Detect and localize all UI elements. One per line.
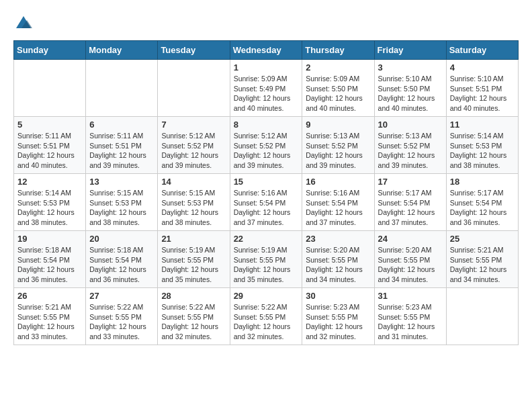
day-number: 21 [161, 234, 226, 244]
day-info: Sunrise: 5:12 AMSunset: 5:52 PMDaylight:… [234, 131, 299, 171]
calendar-cell: 18Sunrise: 5:17 AMSunset: 5:54 PMDayligh… [446, 174, 518, 231]
day-number: 16 [306, 177, 370, 187]
calendar-cell: 14Sunrise: 5:15 AMSunset: 5:53 PMDayligh… [158, 174, 230, 231]
calendar-cell: 19Sunrise: 5:18 AMSunset: 5:54 PMDayligh… [14, 231, 86, 288]
calendar-table: SundayMondayTuesdayWednesdayThursdayFrid… [13, 40, 519, 345]
day-number: 25 [450, 234, 515, 244]
calendar-header: SundayMondayTuesdayWednesdayThursdayFrid… [14, 41, 519, 60]
day-number: 10 [378, 120, 443, 130]
calendar-cell: 16Sunrise: 5:16 AMSunset: 5:54 PMDayligh… [302, 174, 374, 231]
calendar-cell: 9Sunrise: 5:13 AMSunset: 5:52 PMDaylight… [302, 117, 374, 174]
weekday-header-monday: Monday [86, 41, 158, 60]
weekday-header-row: SundayMondayTuesdayWednesdayThursdayFrid… [14, 41, 519, 60]
day-info: Sunrise: 5:20 AMSunset: 5:55 PMDaylight:… [306, 245, 370, 285]
day-info: Sunrise: 5:11 AMSunset: 5:51 PMDaylight:… [89, 131, 154, 171]
weekday-header-tuesday: Tuesday [158, 41, 230, 60]
calendar-body: 1Sunrise: 5:09 AMSunset: 5:49 PMDaylight… [14, 60, 519, 345]
weekday-header-wednesday: Wednesday [230, 41, 302, 60]
day-info: Sunrise: 5:21 AMSunset: 5:55 PMDaylight:… [17, 302, 82, 342]
day-info: Sunrise: 5:20 AMSunset: 5:55 PMDaylight:… [378, 245, 443, 285]
day-number: 4 [450, 62, 515, 73]
calendar-cell: 12Sunrise: 5:14 AMSunset: 5:53 PMDayligh… [14, 174, 86, 231]
day-info: Sunrise: 5:14 AMSunset: 5:53 PMDaylight:… [450, 131, 515, 171]
calendar-cell: 7Sunrise: 5:12 AMSunset: 5:52 PMDaylight… [158, 117, 230, 174]
calendar-cell: 10Sunrise: 5:13 AMSunset: 5:52 PMDayligh… [374, 117, 446, 174]
calendar-cell: 20Sunrise: 5:18 AMSunset: 5:54 PMDayligh… [86, 231, 158, 288]
calendar-cell: 30Sunrise: 5:23 AMSunset: 5:55 PMDayligh… [302, 288, 374, 345]
day-info: Sunrise: 5:23 AMSunset: 5:55 PMDaylight:… [306, 302, 370, 342]
day-info: Sunrise: 5:17 AMSunset: 5:54 PMDaylight:… [450, 188, 515, 228]
day-info: Sunrise: 5:15 AMSunset: 5:53 PMDaylight:… [161, 188, 226, 228]
day-number: 24 [378, 234, 443, 244]
day-number: 2 [306, 62, 370, 73]
calendar-cell: 24Sunrise: 5:20 AMSunset: 5:55 PMDayligh… [374, 231, 446, 288]
day-info: Sunrise: 5:12 AMSunset: 5:52 PMDaylight:… [161, 131, 226, 171]
day-info: Sunrise: 5:09 AMSunset: 5:49 PMDaylight:… [234, 74, 299, 113]
calendar-week-row: 1Sunrise: 5:09 AMSunset: 5:49 PMDaylight… [14, 60, 519, 117]
day-number: 17 [378, 177, 443, 187]
day-number: 31 [378, 291, 443, 301]
calendar-week-row: 12Sunrise: 5:14 AMSunset: 5:53 PMDayligh… [14, 174, 519, 231]
logo-icon [13, 13, 34, 34]
calendar-cell: 21Sunrise: 5:19 AMSunset: 5:55 PMDayligh… [158, 231, 230, 288]
weekday-header-friday: Friday [374, 41, 446, 60]
calendar-cell: 11Sunrise: 5:14 AMSunset: 5:53 PMDayligh… [446, 117, 518, 174]
day-info: Sunrise: 5:22 AMSunset: 5:55 PMDaylight:… [161, 302, 226, 342]
day-number: 13 [89, 177, 154, 187]
day-number: 27 [89, 291, 154, 301]
calendar-cell: 13Sunrise: 5:15 AMSunset: 5:53 PMDayligh… [86, 174, 158, 231]
calendar-cell [14, 60, 86, 117]
day-info: Sunrise: 5:10 AMSunset: 5:51 PMDaylight:… [450, 74, 515, 113]
day-info: Sunrise: 5:11 AMSunset: 5:51 PMDaylight:… [17, 131, 82, 171]
weekday-header-sunday: Sunday [14, 41, 86, 60]
day-number: 22 [234, 234, 299, 244]
day-number: 30 [306, 291, 370, 301]
day-info: Sunrise: 5:13 AMSunset: 5:52 PMDaylight:… [378, 131, 443, 171]
day-info: Sunrise: 5:16 AMSunset: 5:54 PMDaylight:… [306, 188, 370, 228]
day-info: Sunrise: 5:15 AMSunset: 5:53 PMDaylight:… [89, 188, 154, 228]
day-info: Sunrise: 5:18 AMSunset: 5:54 PMDaylight:… [89, 245, 154, 285]
day-number: 6 [89, 120, 154, 130]
day-info: Sunrise: 5:18 AMSunset: 5:54 PMDaylight:… [17, 245, 82, 285]
day-info: Sunrise: 5:21 AMSunset: 5:55 PMDaylight:… [450, 245, 515, 285]
day-info: Sunrise: 5:22 AMSunset: 5:55 PMDaylight:… [234, 302, 299, 342]
calendar-cell: 2Sunrise: 5:09 AMSunset: 5:50 PMDaylight… [302, 60, 374, 117]
day-info: Sunrise: 5:17 AMSunset: 5:54 PMDaylight:… [378, 188, 443, 228]
calendar-cell: 3Sunrise: 5:10 AMSunset: 5:50 PMDaylight… [374, 60, 446, 117]
calendar-week-row: 26Sunrise: 5:21 AMSunset: 5:55 PMDayligh… [14, 288, 519, 345]
calendar-week-row: 5Sunrise: 5:11 AMSunset: 5:51 PMDaylight… [14, 117, 519, 174]
calendar-cell: 5Sunrise: 5:11 AMSunset: 5:51 PMDaylight… [14, 117, 86, 174]
weekday-header-thursday: Thursday [302, 41, 374, 60]
day-info: Sunrise: 5:13 AMSunset: 5:52 PMDaylight:… [306, 131, 370, 171]
calendar-cell: 22Sunrise: 5:19 AMSunset: 5:55 PMDayligh… [230, 231, 302, 288]
day-number: 15 [234, 177, 299, 187]
day-number: 1 [234, 62, 299, 73]
day-number: 26 [17, 291, 82, 301]
day-number: 12 [17, 177, 82, 187]
calendar-cell: 1Sunrise: 5:09 AMSunset: 5:49 PMDaylight… [230, 60, 302, 117]
calendar-cell [86, 60, 158, 117]
day-info: Sunrise: 5:19 AMSunset: 5:55 PMDaylight:… [234, 245, 299, 285]
day-info: Sunrise: 5:16 AMSunset: 5:54 PMDaylight:… [234, 188, 299, 228]
calendar-cell: 15Sunrise: 5:16 AMSunset: 5:54 PMDayligh… [230, 174, 302, 231]
calendar-cell [158, 60, 230, 117]
calendar-cell: 23Sunrise: 5:20 AMSunset: 5:55 PMDayligh… [302, 231, 374, 288]
weekday-header-saturday: Saturday [446, 41, 518, 60]
day-info: Sunrise: 5:22 AMSunset: 5:55 PMDaylight:… [89, 302, 154, 342]
calendar-cell: 4Sunrise: 5:10 AMSunset: 5:51 PMDaylight… [446, 60, 518, 117]
day-number: 9 [306, 120, 370, 130]
calendar-cell: 6Sunrise: 5:11 AMSunset: 5:51 PMDaylight… [86, 117, 158, 174]
calendar-cell: 29Sunrise: 5:22 AMSunset: 5:55 PMDayligh… [230, 288, 302, 345]
day-number: 29 [234, 291, 299, 301]
day-info: Sunrise: 5:19 AMSunset: 5:55 PMDaylight:… [161, 245, 226, 285]
day-info: Sunrise: 5:09 AMSunset: 5:50 PMDaylight:… [306, 74, 370, 113]
calendar-cell: 28Sunrise: 5:22 AMSunset: 5:55 PMDayligh… [158, 288, 230, 345]
day-number: 20 [89, 234, 154, 244]
logo [13, 13, 36, 34]
day-info: Sunrise: 5:14 AMSunset: 5:53 PMDaylight:… [17, 188, 82, 228]
calendar-cell: 25Sunrise: 5:21 AMSunset: 5:55 PMDayligh… [446, 231, 518, 288]
day-number: 11 [450, 120, 515, 130]
day-number: 5 [17, 120, 82, 130]
calendar-week-row: 19Sunrise: 5:18 AMSunset: 5:54 PMDayligh… [14, 231, 519, 288]
day-info: Sunrise: 5:10 AMSunset: 5:50 PMDaylight:… [378, 74, 443, 113]
